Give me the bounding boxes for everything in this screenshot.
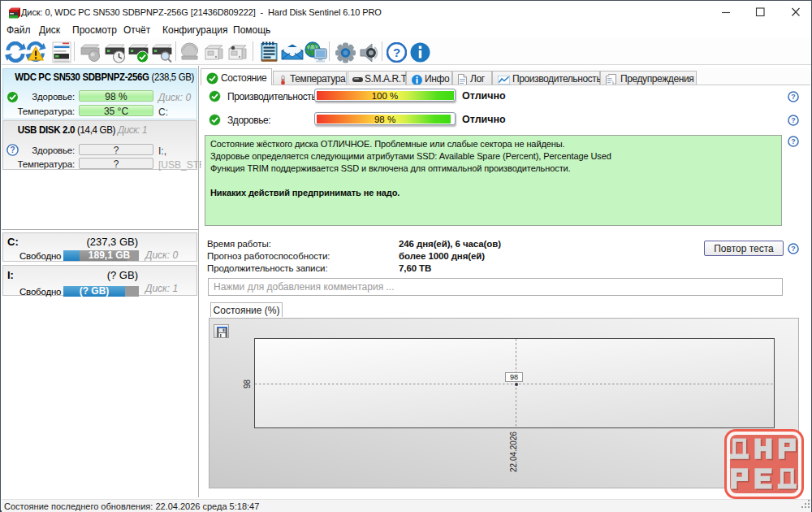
svg-text:?: ? bbox=[791, 137, 795, 145]
svg-text:?: ? bbox=[791, 93, 795, 101]
svg-text:?: ? bbox=[791, 116, 795, 124]
svg-text:?: ? bbox=[393, 46, 400, 59]
svg-text:?: ? bbox=[791, 245, 795, 253]
